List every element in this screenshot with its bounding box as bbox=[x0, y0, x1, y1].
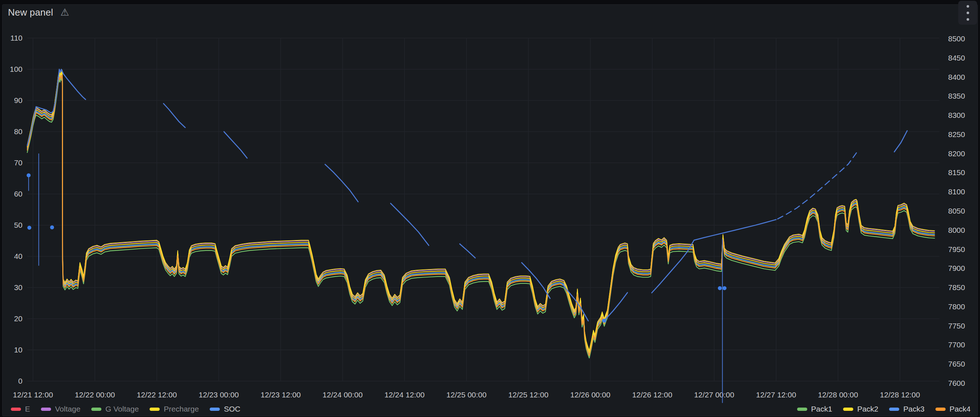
y-right-tick-label: 8400 bbox=[948, 73, 965, 81]
legend-item-voltage[interactable]: Voltage bbox=[41, 405, 80, 413]
soc-data-point bbox=[722, 286, 727, 290]
legend-item-e[interactable]: E bbox=[11, 405, 30, 413]
y-right-tick-label: 8300 bbox=[948, 111, 965, 119]
x-tick-label: 12/25 12:00 bbox=[509, 390, 549, 399]
series-line-g-voltage bbox=[27, 74, 934, 355]
x-tick-label: 12/22 00:00 bbox=[75, 390, 115, 399]
series-line-soc bbox=[894, 131, 907, 152]
legend-item-pack4[interactable]: Pack4 bbox=[935, 405, 970, 413]
x-tick-label: 12/24 00:00 bbox=[323, 390, 363, 399]
soc-data-point bbox=[27, 225, 32, 230]
legend-swatch bbox=[11, 407, 21, 411]
warning-triangle-icon[interactable]: ⚠ bbox=[60, 8, 69, 18]
legend-left: EVoltageG VoltagePrechargeSOC bbox=[11, 405, 240, 413]
legend-item-pack3[interactable]: Pack3 bbox=[889, 405, 924, 413]
y-right-tick-label: 7750 bbox=[948, 322, 965, 330]
y-right-tick-label: 8350 bbox=[948, 92, 965, 100]
y-left-tick-label: 100 bbox=[10, 65, 22, 73]
legend-item-precharge[interactable]: Precharge bbox=[150, 405, 199, 413]
series-line-pack2 bbox=[27, 72, 934, 353]
y-right-tick-label: 7900 bbox=[948, 264, 965, 272]
x-tick-label: 12/26 00:00 bbox=[570, 390, 611, 399]
series-line-soc bbox=[460, 244, 476, 258]
x-tick-label: 12/27 00:00 bbox=[694, 390, 735, 399]
soc-data-point bbox=[718, 286, 722, 290]
x-tick-label: 12/27 12:00 bbox=[756, 390, 796, 399]
y-left-tick-label: 70 bbox=[14, 158, 22, 167]
y-left-tick-label: 20 bbox=[14, 315, 22, 323]
y-right-tick-label: 7950 bbox=[948, 245, 965, 254]
panel-title[interactable]: New panel bbox=[8, 7, 53, 18]
y-left-tick-label: 10 bbox=[14, 345, 22, 354]
y-right-tick-label: 8050 bbox=[948, 207, 965, 215]
series-line-pack3 bbox=[27, 73, 934, 354]
legend-swatch bbox=[210, 407, 220, 411]
legend-label: Pack2 bbox=[857, 405, 878, 413]
y-right-tick-label: 7600 bbox=[948, 379, 965, 387]
series-line-soc bbox=[391, 203, 429, 246]
x-tick-label: 12/24 12:00 bbox=[385, 390, 425, 399]
legend-swatch bbox=[91, 407, 102, 411]
y-left-tick-label: 40 bbox=[14, 252, 22, 260]
soc-data-point bbox=[602, 319, 606, 323]
legend-swatch bbox=[935, 407, 946, 411]
y-right-tick-label: 7650 bbox=[948, 360, 965, 368]
legend-swatch bbox=[41, 407, 51, 411]
panel-menu-button[interactable] bbox=[958, 1, 977, 25]
y-left-tick-label: 50 bbox=[14, 221, 22, 229]
legend-label: Pack1 bbox=[811, 405, 832, 413]
x-tick-label: 12/25 00:00 bbox=[447, 390, 487, 399]
legend-label: Pack3 bbox=[903, 405, 924, 413]
soc-data-point bbox=[50, 225, 54, 230]
legend-label: E bbox=[25, 405, 30, 413]
legend-swatch bbox=[843, 407, 853, 411]
y-right-tick-label: 7800 bbox=[948, 302, 965, 311]
kebab-menu-icon bbox=[967, 5, 969, 21]
x-tick-label: 12/23 00:00 bbox=[199, 390, 239, 399]
legend-item-pack1[interactable]: Pack1 bbox=[797, 405, 832, 413]
series-line-soc bbox=[522, 262, 550, 299]
series-line-pack4 bbox=[27, 75, 934, 356]
x-tick-label: 12/28 12:00 bbox=[880, 390, 920, 399]
legend-label: Voltage bbox=[55, 405, 80, 413]
grafana-page: 010203040506070809010011012/21 12:0012/2… bbox=[0, 0, 980, 417]
time-series-chart[interactable]: 010203040506070809010011012/21 12:0012/2… bbox=[0, 0, 980, 417]
y-left-tick-label: 0 bbox=[18, 377, 22, 385]
series-line-pack1 bbox=[27, 78, 934, 358]
y-left-tick-label: 80 bbox=[14, 127, 22, 136]
series-line-soc bbox=[164, 104, 185, 128]
x-tick-label: 12/22 12:00 bbox=[137, 390, 177, 399]
x-tick-label: 12/23 12:00 bbox=[261, 390, 301, 399]
legend-item-pack2[interactable]: Pack2 bbox=[843, 405, 878, 413]
panel-header: New panel ⚠ bbox=[8, 5, 69, 19]
y-right-tick-label: 8250 bbox=[948, 130, 965, 139]
series-line-soc bbox=[224, 132, 247, 158]
legend-item-g-voltage[interactable]: G Voltage bbox=[91, 405, 139, 413]
legend-label: G Voltage bbox=[105, 405, 139, 413]
legend-right: Pack1Pack2Pack3Pack4 bbox=[797, 405, 971, 413]
y-right-tick-label: 8200 bbox=[948, 149, 965, 158]
legend-label: SOC bbox=[224, 405, 240, 413]
legend-swatch bbox=[150, 407, 160, 411]
series-line-voltage bbox=[27, 71, 934, 351]
y-right-tick-label: 8500 bbox=[948, 34, 965, 43]
y-left-tick-label: 90 bbox=[14, 96, 22, 104]
y-left-tick-label: 60 bbox=[14, 190, 22, 198]
legend-label: Precharge bbox=[164, 405, 199, 413]
legend-item-soc[interactable]: SOC bbox=[210, 405, 240, 413]
y-right-tick-label: 8000 bbox=[948, 226, 965, 234]
x-tick-label: 12/28 00:00 bbox=[818, 390, 858, 399]
series-line-soc bbox=[27, 69, 86, 146]
y-right-tick-label: 8150 bbox=[948, 168, 965, 177]
y-right-tick-label: 8450 bbox=[948, 54, 965, 62]
legend-swatch bbox=[797, 407, 807, 411]
series-line-soc bbox=[325, 164, 358, 201]
y-left-tick-label: 110 bbox=[11, 34, 22, 42]
y-right-tick-label: 7850 bbox=[948, 283, 965, 292]
soc-data-point bbox=[27, 173, 31, 177]
legend-label: Pack4 bbox=[950, 405, 970, 413]
y-left-tick-label: 30 bbox=[14, 283, 22, 292]
series-line-precharge bbox=[27, 70, 934, 351]
y-right-tick-label: 8100 bbox=[948, 187, 965, 196]
legend-swatch bbox=[889, 407, 899, 411]
